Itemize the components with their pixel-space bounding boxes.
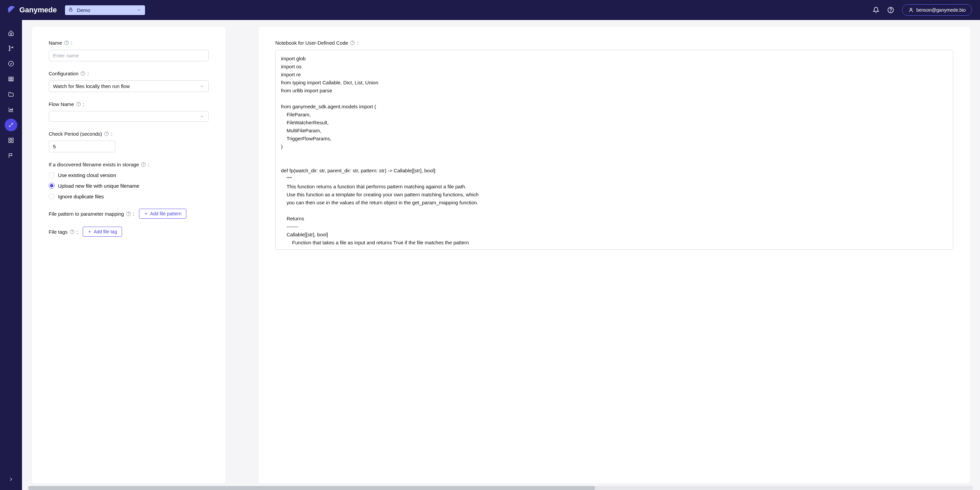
help-icon[interactable] xyxy=(126,212,131,216)
sidebar-item-branch[interactable] xyxy=(5,42,18,55)
flow-name-select[interactable] xyxy=(49,111,208,122)
sidebar-expand[interactable] xyxy=(8,477,14,483)
sidebar-nav xyxy=(0,20,22,490)
configuration-label: Configuration : xyxy=(49,71,208,76)
folder-icon xyxy=(8,91,14,97)
svg-rect-0 xyxy=(69,10,72,11)
branch-icon xyxy=(8,45,14,51)
help-icon[interactable] xyxy=(70,229,75,234)
field-duplicate: If a discovered filename exists in stora… xyxy=(49,162,208,199)
file-tags-label: File tags : xyxy=(49,229,78,235)
check-period-input[interactable] xyxy=(49,141,115,152)
notebook-code[interactable]: import glob import os import re from typ… xyxy=(275,50,953,250)
field-configuration: Configuration : Watch for files locally … xyxy=(49,71,208,92)
field-file-pattern: File pattern to parameter mapping : Add … xyxy=(49,208,208,219)
svg-point-5 xyxy=(9,50,10,51)
svg-point-26 xyxy=(128,215,129,215)
app-header: Ganymede Demo benson@ganymede.bio xyxy=(0,0,980,20)
check-circle-icon xyxy=(8,60,14,67)
add-file-pattern-button[interactable]: Add file pattern xyxy=(139,208,186,219)
horizontal-scrollbar[interactable] xyxy=(28,486,973,490)
svg-rect-14 xyxy=(12,141,13,143)
svg-rect-11 xyxy=(9,138,10,140)
brand-text: Ganymede xyxy=(19,6,57,14)
name-label: Name : xyxy=(49,40,208,46)
help-icon[interactable] xyxy=(350,40,355,45)
help-icon[interactable] xyxy=(64,40,69,45)
user-menu[interactable]: benson@ganymede.bio xyxy=(902,4,972,16)
svg-rect-8 xyxy=(9,77,13,81)
chevron-down-icon xyxy=(200,114,204,119)
svg-point-18 xyxy=(83,75,83,75)
environment-selector[interactable]: Demo xyxy=(65,5,145,15)
svg-rect-13 xyxy=(9,141,10,143)
field-name: Name : xyxy=(49,40,208,61)
field-check-period: Check Period (seconds) : xyxy=(49,131,208,152)
configuration-select[interactable]: Watch for files locally then run flow xyxy=(49,80,208,92)
notebook-label: Notebook for User-Defined Code : xyxy=(275,40,953,46)
logo-icon xyxy=(8,6,16,14)
radio-icon xyxy=(49,193,55,199)
sidebar-item-home[interactable] xyxy=(5,27,18,39)
chevron-down-icon xyxy=(200,84,204,89)
field-file-tags: File tags : Add file tag xyxy=(49,227,208,237)
svg-point-7 xyxy=(9,61,14,66)
user-icon xyxy=(908,7,914,13)
help-icon[interactable] xyxy=(104,131,109,136)
sidebar-item-table[interactable] xyxy=(5,73,18,85)
radio-icon xyxy=(49,172,55,178)
chevron-down-icon xyxy=(137,7,141,13)
user-email: benson@ganymede.bio xyxy=(916,7,966,13)
sidebar-item-apps[interactable] xyxy=(5,134,18,147)
sidebar-item-flag[interactable] xyxy=(5,150,18,162)
svg-point-2 xyxy=(890,11,891,12)
bell-icon[interactable] xyxy=(873,7,879,13)
flag-icon xyxy=(8,153,14,159)
environment-name: Demo xyxy=(77,7,90,13)
home-icon xyxy=(8,30,14,36)
brand-logo: Ganymede xyxy=(8,6,57,14)
duplicate-radio-group: Use existing cloud version Upload new fi… xyxy=(49,172,208,199)
svg-rect-12 xyxy=(12,138,13,140)
plus-icon xyxy=(88,230,92,234)
help-icon[interactable] xyxy=(141,162,146,167)
help-icon[interactable] xyxy=(76,102,81,107)
table-icon xyxy=(8,76,14,82)
name-input[interactable] xyxy=(49,50,208,61)
sidebar-item-check[interactable] xyxy=(5,57,18,70)
plus-icon xyxy=(144,212,148,216)
svg-point-4 xyxy=(9,46,10,47)
sidebar-item-chart[interactable] xyxy=(5,103,18,116)
radio-ignore[interactable]: Ignore duplicate files xyxy=(49,193,208,199)
radio-upload-unique[interactable]: Upload new file with unique filename xyxy=(49,183,208,189)
help-icon[interactable] xyxy=(80,71,85,76)
sidebar-item-connection[interactable] xyxy=(5,119,18,131)
svg-point-20 xyxy=(78,105,79,106)
radio-use-existing[interactable]: Use existing cloud version xyxy=(49,172,208,178)
field-flow-name: Flow Name : xyxy=(49,101,208,122)
svg-point-3 xyxy=(910,8,912,10)
scrollbar-thumb[interactable] xyxy=(28,486,595,490)
apps-icon xyxy=(8,137,14,143)
connection-icon xyxy=(8,122,14,128)
duplicate-label: If a discovered filename exists in stora… xyxy=(49,162,208,167)
svg-point-16 xyxy=(66,44,67,45)
svg-point-30 xyxy=(353,44,353,45)
check-period-label: Check Period (seconds) : xyxy=(49,131,208,137)
flow-name-label: Flow Name : xyxy=(49,101,208,107)
svg-point-24 xyxy=(143,165,144,166)
lock-icon xyxy=(68,7,73,13)
radio-icon xyxy=(49,183,55,189)
sidebar-item-folder[interactable] xyxy=(5,88,18,101)
chart-icon xyxy=(8,107,14,113)
notebook-card: Notebook for User-Defined Code : import … xyxy=(259,27,970,483)
content-area: Name : Configuration : Watch for files l… xyxy=(22,20,980,490)
form-card: Name : Configuration : Watch for files l… xyxy=(32,27,225,483)
file-pattern-label: File pattern to parameter mapping : xyxy=(49,211,134,217)
help-icon[interactable] xyxy=(887,7,894,13)
add-file-tag-button[interactable]: Add file tag xyxy=(83,227,122,237)
chevron-right-icon xyxy=(8,477,14,482)
